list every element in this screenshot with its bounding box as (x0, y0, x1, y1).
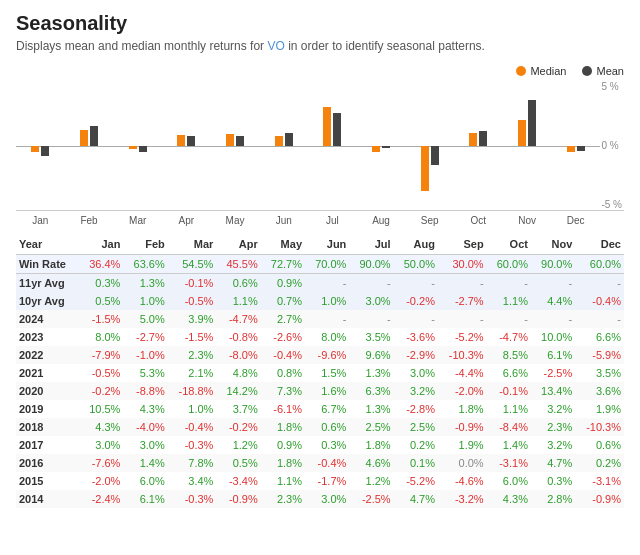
value-cell: 6.1% (531, 346, 575, 364)
value-cell: 7.8% (168, 454, 217, 472)
value-cell: 1.1% (487, 400, 531, 418)
ticker-link[interactable]: VO (267, 39, 284, 53)
median-bar-mar (129, 146, 137, 150)
value-cell: 13.4% (531, 382, 575, 400)
year-cell: 2015 (16, 472, 79, 490)
value-cell: 7.3% (261, 382, 305, 400)
month-group-nov (503, 81, 552, 210)
subtitle: Displays mean and median monthly returns… (16, 39, 624, 53)
year-cell: 2019 (16, 400, 79, 418)
value-cell: -0.3% (168, 490, 217, 508)
chart-legend: Median Mean (16, 65, 624, 77)
value-cell: -0.9% (438, 418, 487, 436)
value-cell: 30.0% (438, 255, 487, 274)
value-cell: 9.6% (349, 346, 393, 364)
value-cell: 1.4% (123, 454, 167, 472)
col-header-jun: Jun (305, 234, 349, 255)
table-row: 20238.0%-2.7%-1.5%-0.8%-2.6%8.0%3.5%-3.6… (16, 328, 624, 346)
col-header-aug: Aug (394, 234, 438, 255)
value-cell: 0.5% (79, 292, 123, 310)
value-cell: -0.9% (575, 490, 624, 508)
median-bar-dec (567, 146, 575, 153)
value-cell: -0.1% (168, 274, 217, 293)
value-cell: - (487, 310, 531, 328)
value-cell: -2.6% (261, 328, 305, 346)
table-row: 11yr Avg0.3%1.3%-0.1%0.6%0.9%------- (16, 274, 624, 293)
value-cell: -6.1% (261, 400, 305, 418)
value-cell: 3.2% (531, 400, 575, 418)
value-cell: - (575, 310, 624, 328)
value-cell: -5.9% (575, 346, 624, 364)
x-label-jan: Jan (16, 215, 65, 226)
table-row: 2015-2.0%6.0%3.4%-3.4%1.1%-1.7%1.2%-5.2%… (16, 472, 624, 490)
value-cell: -1.7% (305, 472, 349, 490)
x-label-dec: Dec (551, 215, 600, 226)
table-row: 2022-7.9%-1.0%2.3%-8.0%-0.4%-9.6%9.6%-2.… (16, 346, 624, 364)
value-cell: - (349, 274, 393, 293)
x-label-sep: Sep (405, 215, 454, 226)
value-cell: -0.2% (216, 418, 260, 436)
year-cell: 2020 (16, 382, 79, 400)
median-bar-jul (323, 107, 331, 146)
value-cell: 3.0% (349, 292, 393, 310)
mean-bar-oct (479, 131, 487, 145)
value-cell: 90.0% (349, 255, 393, 274)
bars-container (16, 81, 600, 210)
x-label-oct: Oct (454, 215, 503, 226)
mean-bar-apr (187, 136, 195, 145)
value-cell: 8.0% (305, 328, 349, 346)
year-cell: 2021 (16, 364, 79, 382)
col-header-jul: Jul (349, 234, 393, 255)
value-cell: -2.4% (79, 490, 123, 508)
month-group-aug (357, 81, 406, 210)
value-cell: 3.0% (123, 436, 167, 454)
col-header-nov: Nov (531, 234, 575, 255)
mean-label: Mean (596, 65, 624, 77)
value-cell: 6.0% (123, 472, 167, 490)
value-cell: -2.0% (438, 382, 487, 400)
median-bar-nov (518, 120, 526, 146)
value-cell: 2.5% (394, 418, 438, 436)
col-header-apr: Apr (216, 234, 260, 255)
value-cell: 2.8% (531, 490, 575, 508)
table-row: 2014-2.4%6.1%-0.3%-0.9%2.3%3.0%-2.5%4.7%… (16, 490, 624, 508)
value-cell: - (575, 274, 624, 293)
value-cell: 1.3% (349, 400, 393, 418)
value-cell: -1.5% (168, 328, 217, 346)
value-cell: 4.3% (487, 490, 531, 508)
page-container: Seasonality Displays mean and median mon… (0, 0, 640, 520)
value-cell: 50.0% (394, 255, 438, 274)
value-cell: -3.1% (487, 454, 531, 472)
value-cell: 3.0% (305, 490, 349, 508)
x-label-feb: Feb (65, 215, 114, 226)
value-cell: 4.6% (349, 454, 393, 472)
col-header-mar: Mar (168, 234, 217, 255)
value-cell: -3.1% (575, 472, 624, 490)
median-bar-sep (421, 146, 429, 192)
median-bar-oct (469, 133, 477, 146)
year-cell: Win Rate (16, 255, 79, 274)
value-cell: 10.0% (531, 328, 575, 346)
value-cell: 90.0% (531, 255, 575, 274)
value-cell: -2.7% (438, 292, 487, 310)
value-cell: -0.5% (168, 292, 217, 310)
mean-bar-dec (577, 146, 585, 151)
table-row: 2016-7.6%1.4%7.8%0.5%1.8%-0.4%4.6%0.1%0.… (16, 454, 624, 472)
median-label: Median (530, 65, 566, 77)
value-cell: -1.0% (123, 346, 167, 364)
value-cell: -0.9% (216, 490, 260, 508)
page-title: Seasonality (16, 12, 624, 35)
value-cell: 1.0% (168, 400, 217, 418)
value-cell: 1.3% (349, 364, 393, 382)
value-cell: -4.7% (216, 310, 260, 328)
value-cell: -10.3% (438, 346, 487, 364)
month-group-jun (259, 81, 308, 210)
value-cell: -0.4% (305, 454, 349, 472)
value-cell: 36.4% (79, 255, 123, 274)
value-cell: 0.9% (261, 274, 305, 293)
value-cell: 0.3% (79, 274, 123, 293)
value-cell: 2.7% (261, 310, 305, 328)
value-cell: -2.5% (531, 364, 575, 382)
value-cell: 0.5% (216, 454, 260, 472)
value-cell: 3.5% (349, 328, 393, 346)
